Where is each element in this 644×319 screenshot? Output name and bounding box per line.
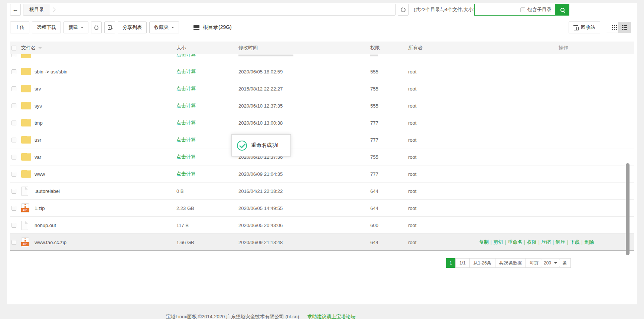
search-button[interactable]	[555, 4, 569, 16]
list-view-icon	[622, 25, 627, 30]
file-size: 点击计算	[176, 54, 238, 58]
caret-down-icon	[81, 27, 84, 30]
calc-size-link[interactable]: 点击计算	[176, 154, 196, 160]
header-name[interactable]: 文件名	[21, 45, 176, 51]
file-name[interactable]: .autorelabel	[35, 188, 176, 194]
file-name[interactable]: www	[35, 171, 176, 177]
calc-size-link[interactable]: 点击计算	[176, 137, 196, 142]
row-checkbox[interactable]	[12, 223, 16, 228]
terminal-button[interactable]	[104, 22, 115, 33]
include-subdir-checkbox[interactable]	[520, 7, 525, 12]
table-row[interactable]: ZIP www.tao.cc.zip 1.66 GB 2020/06/09 21…	[10, 234, 634, 251]
table-row[interactable]: ZIP sbin -> usr/sbin 点击计算 2020/06/05 18:…	[10, 63, 634, 80]
breadcrumb-item-root[interactable]: 根目录	[23, 4, 50, 15]
row-checkbox[interactable]	[12, 206, 16, 211]
table-row[interactable]: ZIP 点击计算	[10, 54, 634, 63]
header-checkbox-cell	[10, 46, 21, 50]
row-action-link-1[interactable]: 剪切	[494, 239, 503, 245]
row-action-link-3[interactable]: 权限	[527, 239, 537, 245]
row-action-link-6[interactable]: 下载	[570, 239, 580, 245]
list-view-button[interactable]	[618, 22, 631, 33]
back-button[interactable]: ←	[10, 4, 21, 16]
page-range-label: 从1-26条	[469, 258, 495, 268]
file-name[interactable]: usr	[35, 137, 176, 143]
zip-file-icon: ZIP	[21, 203, 29, 213]
table-row-inner: ZIP sys 点击计算 2020/06/10 12:37:35 555 roo…	[10, 97, 634, 114]
table-row[interactable]: ZIP 1.zip 2.23 GB 2020/06/05 14:49:55 64…	[10, 200, 634, 217]
table-row[interactable]: ZIP sys 点击计算 2020/06/10 12:37:35 555 roo…	[10, 97, 634, 114]
row-icon-cell: ZIP	[21, 119, 35, 126]
row-checkbox[interactable]	[12, 103, 16, 108]
row-checkbox-cell	[10, 54, 21, 57]
file-name[interactable]: 1.zip	[35, 205, 176, 211]
file-owner: root	[408, 137, 479, 143]
file-name[interactable]: var	[35, 154, 176, 160]
row-checkbox[interactable]	[12, 54, 16, 57]
refresh-path-button[interactable]	[398, 4, 409, 16]
row-action-link-4[interactable]: 压缩	[541, 239, 551, 245]
file-icon: ZIP	[21, 187, 28, 196]
row-icon-cell: ZIP	[21, 237, 35, 247]
table-row-inner: ZIP .autorelabel 0 B 2016/04/21 22:18:22…	[10, 182, 634, 200]
new-button[interactable]: 新建	[64, 22, 88, 33]
header-perm: 权限	[370, 45, 408, 51]
breadcrumb: 根目录	[23, 4, 396, 16]
row-action-link-5[interactable]: 解压	[556, 239, 565, 245]
table-scrollbar-thumb[interactable]	[626, 163, 630, 255]
share-list-button[interactable]: 分享列表	[118, 22, 147, 33]
table-row[interactable]: ZIP var 点击计算 2020/06/10 12:37:36 755 roo…	[10, 148, 634, 165]
row-checkbox[interactable]	[12, 69, 16, 74]
stats-text-prefix: (共22个目录与4个文件,大小:	[414, 7, 476, 12]
calc-size-link[interactable]: 点击计算	[176, 120, 196, 125]
row-checkbox[interactable]	[12, 172, 16, 177]
file-name[interactable]: www.tao.cc.zip	[35, 240, 176, 245]
file-size: 点击计算	[176, 102, 238, 109]
row-actions-cell: 复制 | 剪切 | 重命名 | 权限 | 压缩 | 解压 | 下载 | 删除	[479, 239, 634, 246]
calc-size-link[interactable]: 点击计算	[176, 171, 196, 177]
file-name[interactable]: nohup.out	[35, 223, 176, 228]
row-checkbox[interactable]	[12, 86, 16, 91]
file-icon: ZIP	[21, 221, 28, 230]
favorites-button[interactable]: 收藏夹	[149, 22, 179, 33]
row-checkbox[interactable]	[12, 189, 16, 194]
row-action-link-0[interactable]: 复制	[479, 239, 489, 245]
row-checkbox[interactable]	[12, 138, 16, 142]
remote-download-button[interactable]: 远程下载	[32, 22, 61, 33]
calc-size-link[interactable]: 点击计算	[176, 69, 196, 74]
action-separator: |	[504, 239, 508, 245]
table-row[interactable]: ZIP tmp 点击计算 2020/06/10 13:00:38 777 roo…	[10, 114, 634, 131]
calc-size-link[interactable]: 点击计算	[176, 103, 196, 108]
search-input[interactable]: 包含子目录	[474, 4, 555, 16]
row-checkbox[interactable]	[12, 155, 16, 160]
table-row[interactable]: ZIP usr 点击计算 777 root	[10, 131, 634, 148]
table-row[interactable]: ZIP .autorelabel 0 B 2016/04/21 22:18:22…	[10, 182, 634, 200]
action-separator: |	[537, 239, 541, 245]
table-row[interactable]: ZIP nohup.out 117 B 2020/06/05 20:43:06 …	[10, 217, 634, 234]
calc-size-link[interactable]: 点击计算	[176, 54, 196, 57]
calc-size-link[interactable]: 点击计算	[176, 86, 196, 91]
footer-forum-link[interactable]: 求助建议请上宝塔论坛	[307, 314, 355, 319]
recycle-bin-button[interactable]: 回收站	[569, 22, 600, 33]
per-page-select[interactable]: 200	[541, 259, 560, 267]
row-checkbox[interactable]	[12, 240, 16, 245]
file-name[interactable]: srv	[35, 86, 176, 92]
row-action-link-2[interactable]: 重命名	[508, 239, 522, 245]
row-icon-cell: ZIP	[21, 187, 35, 196]
header-actions: 操作	[479, 45, 634, 51]
table-row[interactable]: ZIP www 点击计算 2020/06/09 21:04:35 777 roo…	[10, 165, 634, 182]
select-all-checkbox[interactable]	[12, 46, 16, 50]
file-mtime: 2020/06/09 21:13:48	[238, 240, 370, 245]
file-name[interactable]: sys	[35, 103, 176, 109]
grid-view-button[interactable]	[606, 22, 618, 33]
file-size: 点击计算	[176, 119, 238, 126]
row-checkbox-cell	[10, 206, 21, 211]
file-name[interactable]: sbin -> usr/sbin	[35, 69, 176, 75]
page-button-1[interactable]: 1	[446, 258, 456, 268]
upload-button[interactable]: 上传	[10, 22, 29, 33]
action-separator: |	[523, 239, 527, 245]
refresh-list-button[interactable]	[91, 22, 102, 33]
file-name[interactable]: tmp	[35, 120, 176, 126]
row-action-link-7[interactable]: 删除	[584, 239, 594, 245]
row-checkbox[interactable]	[12, 121, 16, 125]
table-row[interactable]: ZIP srv 点击计算 2015/08/12 22:22:27 755 roo…	[10, 80, 634, 97]
